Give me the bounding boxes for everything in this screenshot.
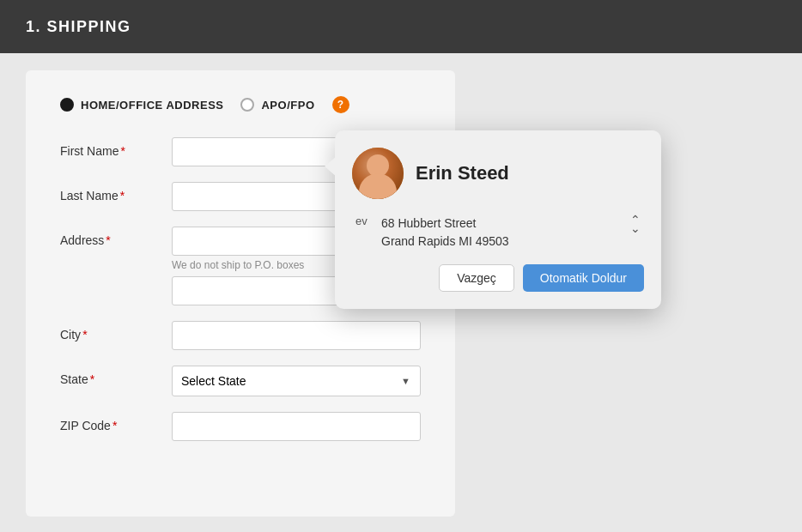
address-type-tag: ev [355,215,373,227]
radio-apo-indicator [240,98,254,112]
zip-input[interactable] [172,412,421,441]
popup-user-name: Erin Steed [416,162,509,184]
avatar-image [352,148,404,199]
page-title: 1. SHIPPING [26,18,131,36]
address-line2: Grand Rapids MI 49503 [381,233,622,251]
popup-address-row: ev 68 Hubbert Street Grand Rapids MI 495… [352,215,644,251]
radio-apo-label: APO/FPO [261,99,314,112]
page-header: 1. SHIPPING [0,0,802,53]
zip-row: ZIP Code* [60,412,421,441]
page-body: HOME/OFFICE ADDRESS APO/FPO ? First Name… [0,53,802,532]
address-label: Address* [60,227,172,247]
avatar [352,148,404,199]
radio-apo[interactable]: APO/FPO [240,98,314,112]
popup-buttons: Vazgeç Otomatik Doldur [352,264,644,292]
radio-home-label: HOME/OFFICE ADDRESS [81,99,223,112]
city-input[interactable] [172,321,421,350]
state-select-wrap: Select State Alabama Alaska Arizona Mich… [172,366,421,396]
address-line1: 68 Hubbert Street [381,215,622,233]
address-lines: 68 Hubbert Street Grand Rapids MI 49503 [381,215,622,251]
city-label: City* [60,321,172,342]
state-row: State* Select State Alabama Alaska Arizo… [60,366,421,396]
address-type-row: HOME/OFFICE ADDRESS APO/FPO ? [60,96,421,113]
radio-home-indicator [60,98,74,112]
help-icon[interactable]: ? [332,96,349,113]
state-select[interactable]: Select State Alabama Alaska Arizona Mich… [172,366,421,396]
address-chevron-icon[interactable]: ⌃ ⌄ [630,216,641,233]
state-label: State* [60,366,172,386]
autofill-button[interactable]: Otomatik Doldur [523,264,644,292]
city-row: City* [60,321,421,350]
popup-header: Erin Steed [352,148,644,199]
autofill-popup: Erin Steed ev 68 Hubbert Street Grand Ra… [335,130,661,309]
cancel-button[interactable]: Vazgeç [439,264,514,292]
last-name-label: Last Name* [60,182,172,203]
zip-label: ZIP Code* [60,412,172,432]
radio-home[interactable]: HOME/OFFICE ADDRESS [60,98,223,112]
popup-arrow [325,156,337,177]
first-name-label: First Name* [60,137,172,158]
